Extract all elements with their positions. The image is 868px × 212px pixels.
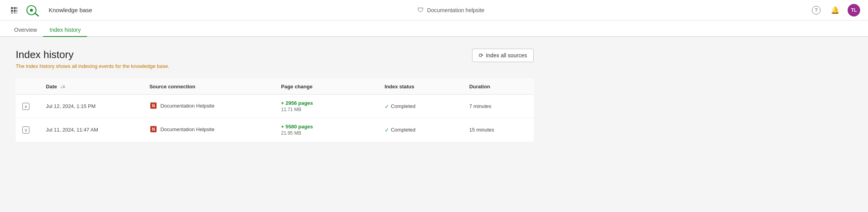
svg-rect-5 bbox=[16, 10, 17, 12]
index-all-sources-button[interactable]: ⟳ Index all sources bbox=[472, 49, 534, 62]
grid-menu-button[interactable] bbox=[8, 4, 20, 16]
expand-button-1[interactable]: ∨ bbox=[22, 126, 29, 133]
status-completed-1: ✓ Completed bbox=[385, 127, 457, 133]
tab-overview[interactable]: Overview bbox=[8, 23, 43, 37]
source-cell-0: N Documentation Helpsite bbox=[143, 95, 275, 118]
date-cell-0: Jul 12, 2024, 1:15 PM bbox=[40, 95, 143, 118]
expand-cell-0: ∨ bbox=[16, 95, 40, 118]
col-header-date: Date ↓≡ bbox=[40, 79, 143, 95]
table-header: Date ↓≡ Source connection Page change In… bbox=[16, 79, 534, 95]
checkmark-icon-0: ✓ bbox=[385, 103, 389, 110]
expand-cell-1: ∨ bbox=[16, 118, 40, 142]
source-cell-1: N Documentation Helpsite bbox=[143, 118, 275, 142]
page-change-amount-0: + 2956 pages bbox=[281, 100, 372, 106]
nav-center: 🛡 Documentation helpsite bbox=[418, 7, 484, 14]
svg-line-11 bbox=[35, 13, 38, 16]
help-button[interactable]: ? bbox=[810, 4, 822, 16]
table-row: ∨ Jul 11, 2024, 11:47 AM N Documentation… bbox=[16, 118, 534, 142]
svg-rect-4 bbox=[14, 10, 16, 12]
expand-button-0[interactable]: ∨ bbox=[22, 103, 29, 110]
status-completed-0: ✓ Completed bbox=[385, 103, 457, 110]
qlik-logo bbox=[25, 4, 42, 16]
svg-rect-7 bbox=[14, 13, 16, 13]
svg-rect-2 bbox=[16, 7, 17, 9]
table-row: ∨ Jul 12, 2024, 1:15 PM N Documentation … bbox=[16, 95, 534, 118]
status-cell-0: ✓ Completed bbox=[378, 95, 463, 118]
col-header-duration: Duration bbox=[463, 79, 534, 95]
col-header-expand bbox=[16, 79, 40, 95]
page-change-size-0: 11.71 MB bbox=[281, 107, 372, 112]
pagechange-cell-1: + 5580 pages 21.95 MB bbox=[275, 118, 378, 142]
duration-cell-1: 15 minutes bbox=[463, 118, 534, 142]
source-icon-1: N bbox=[150, 125, 157, 133]
page-subtitle: The index history shows all indexing eve… bbox=[16, 63, 170, 69]
checkmark-icon-1: ✓ bbox=[385, 127, 389, 133]
source-icon-0: N bbox=[150, 102, 157, 110]
sub-nav: Overview Index history bbox=[0, 20, 868, 37]
notifications-button[interactable]: 🔔 bbox=[829, 4, 841, 16]
pagechange-cell-0: + 2956 pages 11.71 MB bbox=[275, 95, 378, 118]
nav-right: ? 🔔 TL bbox=[810, 4, 860, 16]
user-avatar[interactable]: TL bbox=[848, 4, 860, 16]
tab-index-history[interactable]: Index history bbox=[43, 23, 87, 37]
duration-cell-0: 7 minutes bbox=[463, 95, 534, 118]
svg-point-10 bbox=[30, 9, 33, 11]
bell-icon: 🔔 bbox=[831, 6, 839, 15]
helpsite-icon: 🛡 bbox=[418, 7, 424, 14]
help-icon: ? bbox=[812, 6, 821, 15]
col-header-status: Index status bbox=[378, 79, 463, 95]
status-cell-1: ✓ Completed bbox=[378, 118, 463, 142]
sort-icon[interactable]: ↓≡ bbox=[60, 84, 65, 90]
table-header-row: Date ↓≡ Source connection Page change In… bbox=[16, 79, 534, 95]
svg-rect-0 bbox=[11, 7, 13, 9]
page-change-amount-1: + 5580 pages bbox=[281, 124, 372, 130]
page-header: Index history The index history shows al… bbox=[16, 49, 534, 69]
svg-rect-8 bbox=[16, 13, 17, 13]
svg-rect-6 bbox=[11, 13, 13, 13]
svg-rect-3 bbox=[11, 10, 13, 12]
svg-text:N: N bbox=[152, 104, 155, 108]
page-change-size-1: 21.95 MB bbox=[281, 130, 372, 136]
svg-rect-1 bbox=[14, 7, 16, 9]
date-cell-1: Jul 11, 2024, 11:47 AM bbox=[40, 118, 143, 142]
table-body: ∨ Jul 12, 2024, 1:15 PM N Documentation … bbox=[16, 95, 534, 142]
page-title: Index history bbox=[16, 49, 170, 61]
page-header-left: Index history The index history shows al… bbox=[16, 49, 170, 69]
index-icon: ⟳ bbox=[479, 52, 483, 58]
index-all-label: Index all sources bbox=[486, 52, 527, 58]
top-nav: Knowledge base 🛡 Documentation helpsite … bbox=[0, 0, 868, 20]
col-header-pagechange: Page change bbox=[275, 79, 378, 95]
index-table: Date ↓≡ Source connection Page change In… bbox=[16, 79, 534, 142]
col-header-source: Source connection bbox=[143, 79, 275, 95]
helpsite-label: Documentation helpsite bbox=[427, 7, 484, 13]
svg-text:N: N bbox=[152, 127, 155, 132]
app-title: Knowledge base bbox=[49, 7, 92, 13]
main-content: Index history The index history shows al… bbox=[0, 37, 549, 154]
